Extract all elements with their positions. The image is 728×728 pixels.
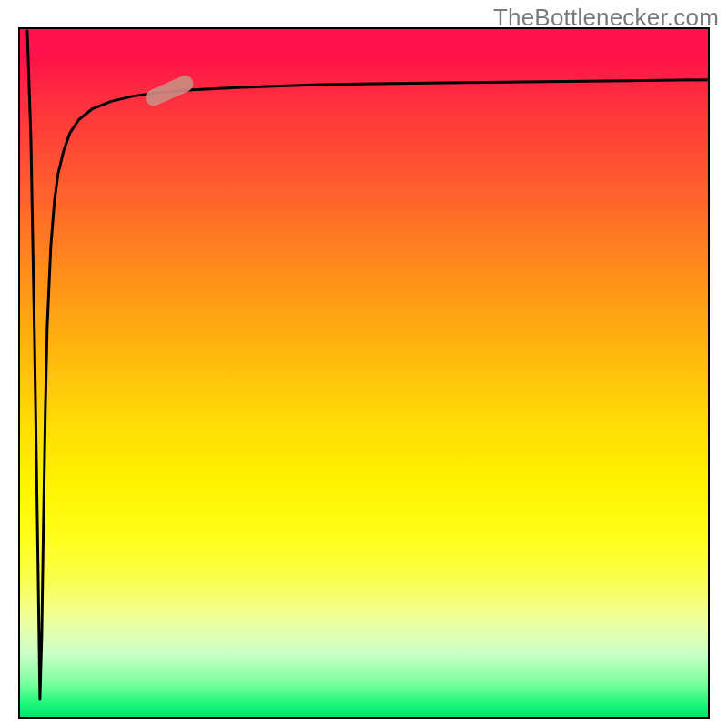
plot-area — [18, 27, 710, 719]
watermark-text: TheBottlenecker.com — [493, 4, 719, 32]
curve-layer — [20, 29, 708, 717]
chart-stage: TheBottlenecker.com — [0, 0, 728, 728]
bottleneck-curve — [27, 31, 708, 699]
curve-marker — [143, 73, 196, 108]
